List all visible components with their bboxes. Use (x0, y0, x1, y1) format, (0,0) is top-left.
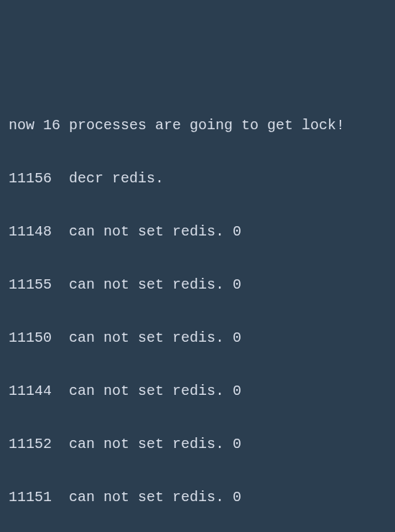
terminal-log-line: 11152 can not set redis. 0 (9, 431, 386, 457)
pid: 11151 (9, 489, 52, 505)
terminal-log-line: 11151 can not set redis. 0 (9, 484, 386, 510)
log-message: can not set redis. 0 (69, 489, 241, 505)
log-message: can not set redis. 0 (69, 276, 241, 293)
terminal-log-line: 11156 decr redis. (9, 165, 386, 192)
log-message: can not set redis. 0 (69, 330, 241, 346)
pid: 11144 (9, 383, 52, 399)
terminal-header: now 16 processes are going to get lock! (9, 112, 386, 139)
pid: 11150 (9, 330, 52, 346)
pid: 11148 (9, 223, 52, 240)
log-message: decr redis. (69, 170, 164, 187)
pid: 11156 (9, 170, 52, 187)
terminal-log-line: 11144 can not set redis. 0 (9, 378, 386, 404)
log-message: can not set redis. 0 (69, 223, 241, 240)
pid: 11152 (9, 436, 52, 452)
terminal-log-line: 11150 can not set redis. 0 (9, 325, 386, 351)
pid: 11155 (9, 276, 52, 293)
log-message: can not set redis. 0 (69, 383, 241, 399)
log-message: can not set redis. 0 (69, 436, 241, 452)
terminal-log-line: 11155 can not set redis. 0 (9, 271, 386, 298)
terminal-log-line: 11148 can not set redis. 0 (9, 218, 386, 245)
